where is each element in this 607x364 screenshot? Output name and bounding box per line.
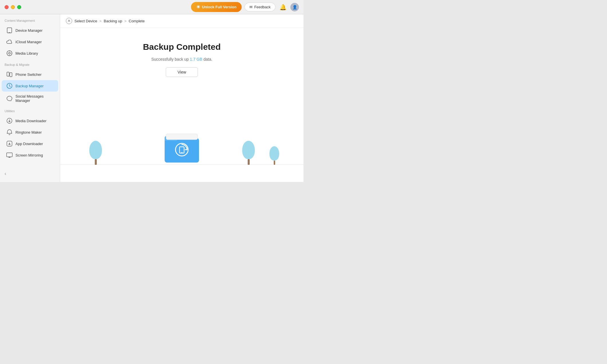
collapse-sidebar-button[interactable]: ‹	[5, 171, 6, 176]
device-manager-label: Device Manager	[15, 28, 43, 33]
sidebar-item-social-messages[interactable]: Social Messages Manager	[2, 92, 58, 105]
tree-trunk-left	[95, 159, 97, 165]
breadcrumb-sep-1: >	[99, 19, 103, 23]
subtitle-suffix: data.	[203, 57, 212, 62]
title-bar-actions: ☀ Unlock Full Version ✉ Feedback 🔔 👤	[191, 2, 299, 12]
illustration	[60, 119, 304, 182]
content-area: ✕ Select Device > Backing up > Complete …	[60, 14, 304, 182]
tree-canopy-right1	[242, 141, 255, 159]
backup-manager-label: Backup Manager	[15, 84, 44, 88]
breadcrumb-sep-2: >	[124, 19, 127, 23]
ringtone-maker-label: Ringtone Maker	[15, 130, 42, 134]
app-body: Content Management Device Manager iCloud…	[0, 14, 304, 182]
sidebar: Content Management Device Manager iCloud…	[0, 14, 60, 182]
breadcrumb: Select Device > Backing up > Complete	[74, 19, 145, 23]
unlock-full-version-button[interactable]: ☀ Unlock Full Version	[191, 2, 242, 12]
main-content: Backup Completed Successfully back up 1.…	[60, 28, 304, 182]
close-icon: ✕	[68, 19, 70, 23]
backup-migrate-label: Backup & Migrate	[0, 63, 60, 69]
tree-canopy-left	[89, 141, 102, 159]
svg-rect-11	[165, 138, 199, 163]
sun-icon: ☀	[196, 4, 200, 10]
app-downloader-icon: A	[6, 141, 13, 147]
ringtone-maker-icon	[6, 129, 13, 135]
feedback-button[interactable]: ✉ Feedback	[245, 3, 275, 11]
tree-right-1	[242, 141, 255, 165]
svg-rect-13	[166, 134, 198, 140]
media-library-icon	[6, 50, 13, 56]
icloud-manager-label: iCloud Manager	[15, 40, 42, 44]
screen-mirroring-label: Screen Mirroring	[15, 153, 43, 157]
backup-size: 1.7 GB	[190, 57, 203, 62]
feedback-label: Feedback	[254, 5, 271, 9]
backup-complete-section: Backup Completed Successfully back up 1.…	[143, 28, 221, 77]
subtitle-prefix: Successfully back up	[151, 57, 189, 62]
social-messages-label: Social Messages Manager	[15, 94, 54, 103]
breadcrumb-bar: ✕ Select Device > Backing up > Complete	[60, 14, 304, 28]
sidebar-bottom: ‹	[0, 168, 60, 179]
breadcrumb-step-1: Select Device	[74, 19, 97, 23]
svg-rect-0	[7, 28, 12, 33]
breadcrumb-step-3: Complete	[129, 19, 145, 23]
tree-trunk-right2	[274, 161, 275, 165]
social-messages-icon	[6, 95, 13, 102]
backup-subtitle: Successfully back up 1.7 GB data.	[151, 57, 212, 62]
unlock-label: Unlock Full Version	[202, 5, 237, 9]
app-downloader-label: App Downloader	[15, 142, 43, 146]
sidebar-item-screen-mirroring[interactable]: Screen Mirroring	[2, 149, 58, 161]
svg-point-3	[9, 52, 10, 54]
screen-mirroring-icon	[6, 152, 13, 158]
svg-rect-5	[10, 73, 12, 77]
sidebar-item-media-downloader[interactable]: Media Downloader	[2, 115, 58, 126]
sidebar-item-phone-switcher[interactable]: Phone Switcher	[2, 69, 58, 80]
sidebar-item-ringtone-maker[interactable]: Ringtone Maker	[2, 126, 58, 138]
bell-icon: 🔔	[279, 4, 287, 11]
media-library-label: Media Library	[15, 51, 38, 56]
phone-switcher-icon	[6, 71, 13, 78]
sidebar-item-app-downloader[interactable]: A App Downloader	[2, 138, 58, 149]
tree-trunk-right1	[248, 159, 250, 165]
sidebar-item-icloud-manager[interactable]: iCloud Manager	[2, 36, 58, 48]
breadcrumb-close-button[interactable]: ✕	[66, 18, 72, 24]
device-manager-icon	[6, 27, 13, 33]
tree-canopy-right2	[269, 146, 279, 161]
view-button[interactable]: View	[166, 67, 198, 77]
svg-rect-1	[9, 32, 10, 33]
sidebar-item-media-library[interactable]: Media Library	[2, 48, 58, 59]
traffic-lights	[5, 5, 21, 9]
media-downloader-label: Media Downloader	[15, 119, 46, 123]
utilities-label: Utilities	[0, 109, 60, 115]
sidebar-item-device-manager[interactable]: Device Manager	[2, 25, 58, 36]
title-bar: ☀ Unlock Full Version ✉ Feedback 🔔 👤	[0, 0, 304, 14]
maximize-button[interactable]	[17, 5, 21, 9]
backup-manager-icon	[6, 83, 13, 89]
notification-button[interactable]: 🔔	[278, 3, 287, 12]
breadcrumb-step-2: Backing up	[104, 19, 122, 23]
backup-completed-title: Backup Completed	[143, 42, 221, 52]
svg-rect-16	[181, 152, 183, 153]
media-downloader-icon	[6, 118, 13, 124]
tree-right-2	[269, 146, 279, 165]
avatar-icon: 👤	[292, 5, 297, 9]
svg-rect-10	[7, 153, 12, 157]
tree-left	[89, 141, 102, 165]
avatar[interactable]: 👤	[290, 3, 299, 11]
svg-text:A: A	[8, 143, 10, 146]
content-management-label: Content Management	[0, 19, 60, 25]
phone-switcher-label: Phone Switcher	[15, 72, 42, 77]
backup-folder-icon	[163, 131, 200, 165]
svg-rect-4	[7, 72, 9, 76]
close-button[interactable]	[5, 5, 9, 9]
minimize-button[interactable]	[11, 5, 15, 9]
sidebar-item-backup-manager[interactable]: Backup Manager	[2, 80, 58, 92]
collapse-icon: ‹	[5, 171, 6, 176]
icloud-icon	[6, 39, 13, 45]
mail-icon: ✉	[249, 5, 253, 9]
